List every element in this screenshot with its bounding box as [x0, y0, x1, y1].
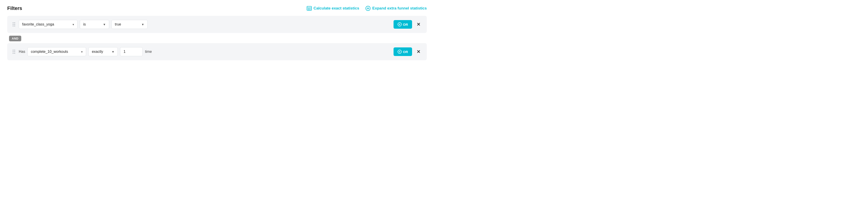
operator-select-1[interactable]: is ▼	[80, 20, 109, 29]
or-label-1: OR	[403, 23, 408, 26]
chevron-down-icon: ▾	[81, 50, 83, 54]
plus-circle-icon: +	[398, 50, 402, 54]
plus-circle-icon: +	[398, 22, 402, 26]
filter-row-1: favorite_class_yoga ▾ is ▼ true ▼ + OR ✕	[7, 16, 427, 33]
field-select-2[interactable]: complete_10_workouts ▾	[27, 47, 86, 56]
value-input-2[interactable]	[120, 47, 143, 56]
filter-controls-2: Has complete_10_workouts ▾ exactly ▼ tim…	[19, 47, 391, 56]
operator-select-2-value: exactly	[92, 50, 110, 54]
field-select-1-value: favorite_class_yoga	[22, 22, 71, 26]
calculate-exact-stats-button[interactable]: Calculate exact statistics	[307, 6, 359, 11]
filter-controls-1: favorite_class_yoga ▾ is ▼ true ▼	[19, 20, 391, 29]
value-select-1-value: true	[115, 22, 140, 26]
and-connector: AND	[9, 36, 427, 41]
chevron-down-icon: ▼	[141, 23, 144, 26]
chevron-down-icon: ▼	[103, 23, 106, 26]
value-select-1[interactable]: true ▼	[112, 20, 148, 29]
expand-funnel-stats-button[interactable]: Expand extra funnel statistics	[366, 6, 427, 11]
has-label: Has	[19, 50, 25, 54]
and-badge: AND	[9, 36, 21, 41]
svg-rect-0	[307, 6, 311, 10]
or-button-2[interactable]: + OR	[394, 47, 412, 56]
remove-filter-2-button[interactable]: ✕	[415, 48, 422, 55]
time-suffix: time	[145, 50, 152, 54]
calculate-exact-stats-label: Calculate exact statistics	[313, 6, 359, 11]
operator-select-1-value: is	[83, 22, 101, 26]
drag-handle-2[interactable]	[12, 49, 16, 55]
remove-filter-1-button[interactable]: ✕	[415, 21, 422, 28]
drag-handle-1[interactable]	[12, 22, 16, 27]
filters-panel: Filters Calculate exact statistics	[7, 5, 427, 60]
expand-funnel-stats-label: Expand extra funnel statistics	[372, 6, 427, 11]
header-actions: Calculate exact statistics Expand extra …	[307, 6, 427, 11]
filters-header: Filters Calculate exact statistics	[7, 5, 427, 11]
plus-circle-icon	[366, 6, 370, 11]
or-label-2: OR	[403, 50, 408, 54]
operator-select-2[interactable]: exactly ▼	[88, 47, 118, 56]
field-select-2-value: complete_10_workouts	[31, 50, 79, 54]
chevron-down-icon: ▾	[72, 23, 74, 26]
table-icon	[307, 6, 312, 11]
filter-row-2: Has complete_10_workouts ▾ exactly ▼ tim…	[7, 43, 427, 60]
field-select-1[interactable]: favorite_class_yoga ▾	[19, 20, 78, 29]
chevron-down-icon: ▼	[112, 50, 115, 54]
or-button-1[interactable]: + OR	[394, 20, 412, 29]
filters-title: Filters	[7, 5, 22, 11]
